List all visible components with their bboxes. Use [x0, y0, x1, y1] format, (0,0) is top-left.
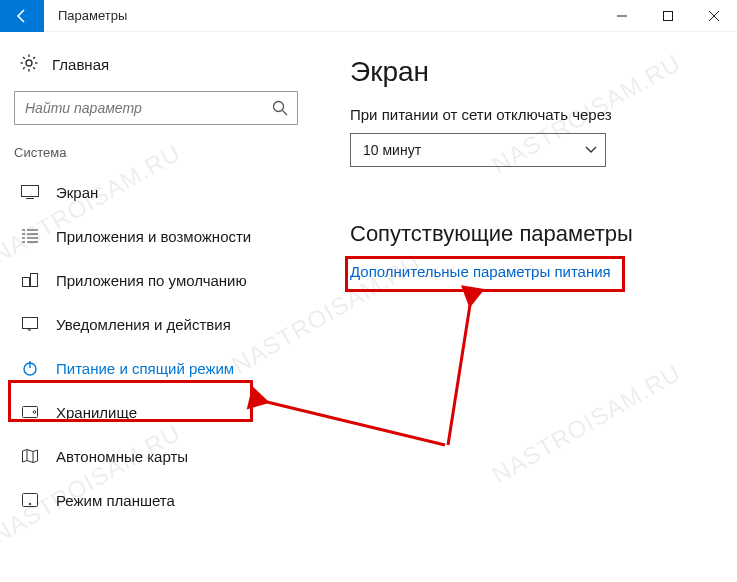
- dropdown-value: 10 минут: [363, 142, 421, 158]
- sidebar-item-apps[interactable]: Приложения и возможности: [0, 214, 320, 258]
- display-icon: [20, 185, 40, 199]
- maximize-icon: [663, 11, 673, 21]
- sidebar-item-storage[interactable]: Хранилище: [0, 390, 320, 434]
- svg-line-7: [33, 67, 35, 69]
- sidebar-item-label: Уведомления и действия: [56, 316, 231, 333]
- map-icon: [20, 449, 40, 463]
- sidebar-item-label: Хранилище: [56, 404, 137, 421]
- maximize-button[interactable]: [645, 0, 691, 32]
- sidebar-item-label: Приложения по умолчанию: [56, 272, 247, 289]
- power-icon: [20, 360, 40, 376]
- sidebar-item-tablet-mode[interactable]: Режим планшета: [0, 478, 320, 522]
- sidebar-item-label: Питание и спящий режим: [56, 360, 234, 377]
- main-pane: Экран При питании от сети отключать чере…: [320, 32, 737, 582]
- svg-point-32: [29, 503, 31, 505]
- sidebar: Главная Система Экран Приложения и возмо…: [0, 32, 320, 582]
- related-heading: Сопутствующие параметры: [350, 221, 737, 247]
- svg-point-28: [33, 411, 36, 414]
- storage-icon: [20, 406, 40, 418]
- svg-line-11: [283, 111, 288, 116]
- search-input[interactable]: [15, 100, 263, 116]
- timeout-label: При питании от сети отключать через: [350, 106, 737, 123]
- defaults-icon: [20, 273, 40, 287]
- svg-rect-24: [23, 318, 38, 329]
- svg-rect-0: [664, 11, 673, 20]
- timeout-dropdown[interactable]: 10 минут: [350, 133, 606, 167]
- svg-rect-23: [31, 274, 38, 287]
- close-button[interactable]: [691, 0, 737, 32]
- section-label: Система: [0, 139, 320, 170]
- sidebar-item-label: Автономные карты: [56, 448, 188, 465]
- svg-point-1: [26, 60, 32, 66]
- close-icon: [709, 11, 719, 21]
- svg-line-9: [23, 67, 25, 69]
- sidebar-item-label: Режим планшета: [56, 492, 175, 509]
- sidebar-item-display[interactable]: Экран: [0, 170, 320, 214]
- svg-point-10: [274, 102, 284, 112]
- window-controls: [599, 0, 737, 32]
- svg-line-8: [33, 57, 35, 59]
- titlebar: Параметры: [0, 0, 737, 32]
- sidebar-item-offline-maps[interactable]: Автономные карты: [0, 434, 320, 478]
- arrow-left-icon: [14, 8, 30, 24]
- tablet-icon: [20, 493, 40, 507]
- svg-rect-22: [23, 278, 30, 287]
- minimize-button[interactable]: [599, 0, 645, 32]
- search-box[interactable]: [14, 91, 298, 125]
- sidebar-item-label: Экран: [56, 184, 98, 201]
- svg-rect-12: [22, 186, 39, 197]
- chevron-down-icon: [585, 146, 597, 154]
- window-title: Параметры: [58, 8, 599, 23]
- svg-rect-27: [23, 407, 38, 418]
- home-label: Главная: [52, 56, 109, 73]
- home-row[interactable]: Главная: [0, 50, 320, 91]
- sidebar-item-default-apps[interactable]: Приложения по умолчанию: [0, 258, 320, 302]
- gear-icon: [20, 54, 38, 75]
- sidebar-item-power-sleep[interactable]: Питание и спящий режим: [0, 346, 320, 390]
- notifications-icon: [20, 317, 40, 331]
- sidebar-item-notifications[interactable]: Уведомления и действия: [0, 302, 320, 346]
- list-icon: [20, 229, 40, 243]
- additional-power-settings-link[interactable]: Дополнительные параметры питания: [350, 263, 737, 280]
- sidebar-item-label: Приложения и возможности: [56, 228, 251, 245]
- minimize-icon: [617, 11, 627, 21]
- back-button[interactable]: [0, 0, 44, 32]
- svg-line-6: [23, 57, 25, 59]
- search-icon: [263, 100, 297, 116]
- content-area: Главная Система Экран Приложения и возмо…: [0, 32, 737, 582]
- page-heading: Экран: [350, 56, 737, 88]
